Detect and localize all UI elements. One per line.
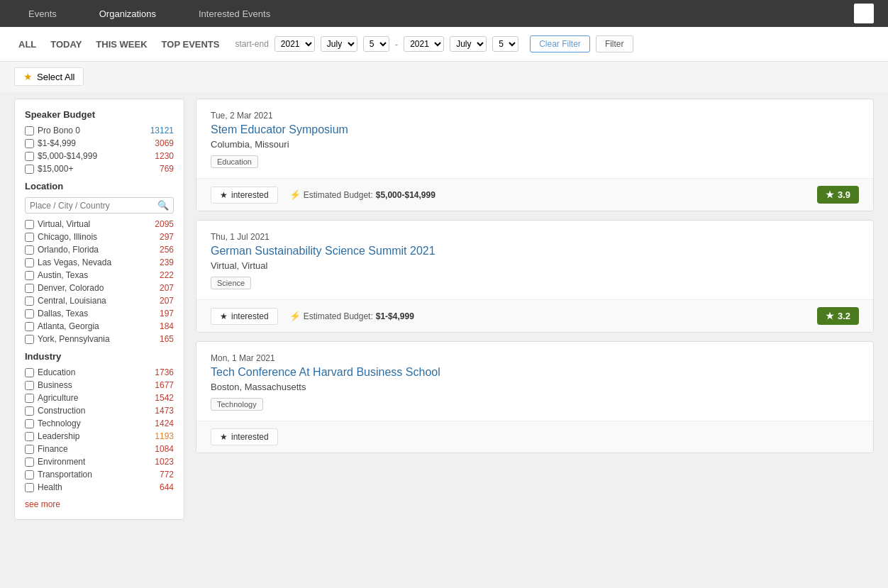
location-item: Central, Louisiana 207 — [25, 296, 174, 306]
event-date: Thu, 1 Jul 2021 — [211, 232, 859, 242]
event-card-top: Mon, 1 Mar 2021 Tech Conference At Harva… — [196, 342, 873, 421]
end-day-select[interactable]: 5 — [492, 36, 518, 52]
industry-count: 1542 — [148, 393, 174, 403]
industry-checkbox[interactable] — [25, 394, 34, 403]
industry-label: Transportation — [38, 470, 148, 479]
select-all-button[interactable]: ★ Select All — [14, 67, 84, 86]
tab-all[interactable]: ALL — [14, 36, 40, 52]
speaker-budget-checkbox[interactable] — [25, 139, 34, 148]
interested-button[interactable]: ★ interested — [211, 308, 278, 325]
event-title[interactable]: Tech Conference At Harvard Business Scho… — [211, 366, 859, 379]
event-card: Mon, 1 Mar 2021 Tech Conference At Harva… — [196, 341, 874, 453]
date-separator: - — [395, 39, 398, 50]
start-end-label: start-end — [235, 39, 268, 49]
nav-events[interactable]: Events — [14, 0, 71, 27]
speaker-budget-count: 769 — [148, 164, 174, 174]
location-item: Chicago, Illinois 297 — [25, 232, 174, 242]
industry-item: Business 1677 — [25, 380, 174, 390]
location-search-box[interactable]: 🔍 — [25, 197, 174, 213]
end-year-select[interactable]: 2021 — [404, 36, 444, 52]
industry-checkbox[interactable] — [25, 406, 34, 416]
events-list: Tue, 2 Mar 2021 Stem Educator Symposium … — [196, 99, 874, 453]
speaker-budget-checkbox[interactable] — [25, 152, 34, 161]
interested-star-icon: ★ — [220, 311, 228, 321]
location-item: Dallas, Texas 197 — [25, 309, 174, 318]
nav-organizations[interactable]: Organizations — [85, 0, 170, 27]
location-count: 207 — [148, 296, 174, 306]
speaker-budget-item: $15,000+ 769 — [25, 164, 174, 174]
event-location: Boston, Massachusetts — [211, 382, 859, 392]
event-card: Tue, 2 Mar 2021 Stem Educator Symposium … — [196, 99, 874, 211]
industry-checkbox[interactable] — [25, 368, 34, 377]
speaker-budget-item: Pro Bono 0 13121 — [25, 126, 174, 135]
location-checkbox[interactable] — [25, 309, 34, 318]
location-label: Las Vegas, Nevada — [38, 257, 148, 267]
interested-label: interested — [231, 190, 269, 200]
industry-count: 1084 — [148, 444, 174, 454]
speaker-budget-count: 1230 — [148, 151, 174, 161]
start-month-select[interactable]: July — [321, 36, 357, 52]
location-count: 184 — [148, 321, 174, 331]
select-all-label: Select All — [37, 72, 74, 82]
industry-label: Leadership — [38, 431, 148, 441]
start-day-select[interactable]: 5 — [363, 36, 389, 52]
industry-checkbox[interactable] — [25, 445, 34, 454]
end-month-select[interactable]: July — [450, 36, 487, 52]
event-title[interactable]: Stem Educator Symposium — [211, 123, 859, 136]
location-label: Orlando, Florida — [38, 245, 148, 255]
industry-checkbox[interactable] — [25, 483, 34, 492]
location-checkbox[interactable] — [25, 220, 34, 229]
location-label: Atlanta, Georgia — [38, 321, 148, 331]
industry-checkbox[interactable] — [25, 470, 34, 479]
interested-button[interactable]: ★ interested — [211, 187, 278, 204]
select-all-bar: ★ Select All — [0, 62, 888, 91]
location-checkbox[interactable] — [25, 322, 34, 331]
speaker-budget-checkbox[interactable] — [25, 126, 34, 135]
location-label: Virtual, Virtual — [38, 219, 148, 229]
location-checkbox[interactable] — [25, 233, 34, 242]
location-label: Central, Louisiana — [38, 296, 148, 306]
location-search-input[interactable] — [30, 201, 155, 211]
nav-interested-events[interactable]: Interested Events — [184, 0, 284, 27]
event-card: Thu, 1 Jul 2021 German Sustainability Sc… — [196, 220, 874, 333]
industry-checkbox[interactable] — [25, 432, 34, 441]
location-checkbox[interactable] — [25, 284, 34, 293]
interested-label: interested — [231, 311, 269, 321]
budget-amount: $1-$4,999 — [376, 311, 414, 321]
user-avatar[interactable] — [854, 4, 874, 23]
tab-today[interactable]: TODAY — [46, 36, 86, 52]
industry-label: Finance — [38, 444, 148, 454]
clear-filter-button[interactable]: Clear Filter — [530, 35, 590, 52]
budget-label: Estimated Budget: — [304, 190, 373, 200]
location-checkbox[interactable] — [25, 335, 34, 344]
location-checkbox[interactable] — [25, 271, 34, 280]
industry-filters: Education 1736 Business 1677 Agriculture… — [25, 367, 174, 492]
industry-checkbox[interactable] — [25, 419, 34, 428]
location-checkbox[interactable] — [25, 258, 34, 267]
lightning-icon: ⚡ — [289, 189, 301, 200]
budget-text: ⚡ Estimated Budget: $1-$4,999 — [289, 311, 414, 321]
interested-button[interactable]: ★ interested — [211, 428, 278, 445]
industry-checkbox[interactable] — [25, 457, 34, 467]
see-more-link[interactable]: see more — [25, 499, 60, 509]
industry-label: Education — [38, 367, 148, 377]
industry-item: Health 644 — [25, 482, 174, 492]
industry-count: 644 — [148, 482, 174, 492]
start-year-select[interactable]: 2021 — [274, 36, 315, 52]
location-title: Location — [25, 181, 174, 192]
event-date: Tue, 2 Mar 2021 — [211, 111, 859, 121]
location-count: 222 — [148, 270, 174, 280]
speaker-budget-checkbox[interactable] — [25, 165, 34, 174]
budget-label: Estimated Budget: — [304, 311, 373, 321]
tab-top-events[interactable]: TOP EVENTS — [157, 36, 224, 52]
tab-this-week[interactable]: THIS WEEK — [91, 36, 151, 52]
filter-button[interactable]: Filter — [596, 35, 633, 52]
interested-star-icon: ★ — [220, 190, 228, 200]
location-item: Orlando, Florida 256 — [25, 245, 174, 255]
location-checkbox[interactable] — [25, 245, 34, 255]
location-checkbox[interactable] — [25, 296, 34, 306]
industry-item: Agriculture 1542 — [25, 393, 174, 403]
industry-checkbox[interactable] — [25, 381, 34, 390]
event-title[interactable]: German Sustainability Science Summit 202… — [211, 245, 859, 257]
industry-item: Education 1736 — [25, 367, 174, 377]
